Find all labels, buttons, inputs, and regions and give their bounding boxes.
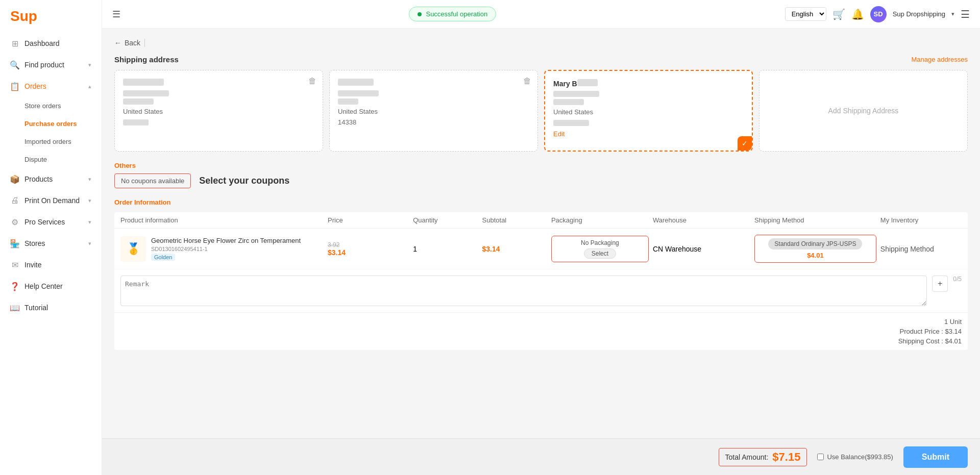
bell-icon[interactable]: 🔔 bbox=[851, 8, 864, 20]
order-info-label: Order Information bbox=[114, 198, 968, 206]
packaging-cell[interactable]: No Packaging Select bbox=[551, 236, 649, 262]
success-message: Successful operation bbox=[426, 10, 487, 18]
header-spacer: Successful operation bbox=[129, 7, 777, 21]
cart-icon[interactable]: 🛒 bbox=[832, 8, 845, 20]
shipping-cost: $4.01 bbox=[807, 252, 824, 259]
remark-add-button[interactable]: + bbox=[932, 276, 948, 292]
sidebar-item-label: Products bbox=[24, 175, 53, 183]
edit-address-3-link[interactable]: Edit bbox=[553, 130, 744, 138]
avatar[interactable]: SD bbox=[870, 6, 887, 22]
user-dropdown-icon[interactable]: ▾ bbox=[951, 11, 954, 17]
inventory-cell: Shipping Method bbox=[880, 245, 962, 253]
success-dot bbox=[418, 12, 422, 16]
price-original: 3.92 bbox=[328, 241, 409, 248]
sidebar-item-find-product[interactable]: 🔍 Find product ▾ bbox=[0, 54, 102, 76]
add-shipping-address-label: Add Shipping Address bbox=[828, 107, 899, 115]
header: ☰ Successful operation English 🛒 🔔 SD Su… bbox=[102, 0, 980, 29]
avatar-initials: SD bbox=[874, 10, 883, 18]
shipping-method-cell[interactable]: Standard Ordinary JPS-USPS $4.01 bbox=[754, 235, 876, 263]
shipping-method-badge: Standard Ordinary JPS-USPS bbox=[768, 238, 862, 249]
warehouse-value: CN Warehouse bbox=[653, 245, 701, 253]
sidebar-item-invite[interactable]: ✉ Invite bbox=[0, 254, 102, 276]
name-blurred-1 bbox=[123, 79, 164, 86]
remark-count: 0/5 bbox=[953, 276, 962, 283]
main-wrapper: ☰ Successful operation English 🛒 🔔 SD Su… bbox=[102, 0, 980, 475]
product-info-cell: 🥇 Geometric Horse Eye Flower Zirc on Tem… bbox=[120, 236, 324, 262]
card-detail-2: United States 14338 bbox=[338, 90, 529, 128]
sidebar-item-label: Invite bbox=[24, 261, 41, 269]
sidebar-item-label: Find product bbox=[24, 61, 64, 69]
sidebar-item-pro-services[interactable]: ⚙ Pro Services ▾ bbox=[0, 211, 102, 233]
col-packaging: Packaging bbox=[551, 216, 649, 224]
use-balance-checkbox-row[interactable]: Use Balance($993.85) bbox=[817, 453, 893, 461]
sidebar-item-stores[interactable]: 🏪 Stores ▾ bbox=[0, 233, 102, 254]
sidebar-item-tutorial[interactable]: 📖 Tutorial bbox=[0, 297, 102, 318]
sidebar-item-dashboard[interactable]: ⊞ Dashboard bbox=[0, 33, 102, 54]
packaging-inner: No Packaging Select bbox=[557, 239, 643, 259]
sidebar-sub-purchase-orders[interactable]: Purchase orders bbox=[0, 115, 102, 133]
success-banner: Successful operation bbox=[409, 7, 496, 21]
card-detail-1: United States bbox=[123, 90, 314, 126]
quantity-value: 1 bbox=[413, 245, 417, 253]
sidebar-sub-store-orders[interactable]: Store orders bbox=[0, 97, 102, 115]
user-name[interactable]: Sup Dropshipping bbox=[893, 10, 945, 18]
address-card-3[interactable]: Mary B United States Edit ✓ bbox=[544, 70, 753, 152]
stores-icon: 🏪 bbox=[10, 239, 19, 248]
sidebar-item-print-on-demand[interactable]: 🖨 Print On Demand ▾ bbox=[0, 190, 102, 211]
sidebar-sub-dispute[interactable]: Dispute bbox=[0, 151, 102, 168]
col-subtotal: Subtotal bbox=[482, 216, 547, 224]
col-qty: Quantity bbox=[413, 216, 478, 224]
sidebar-item-orders[interactable]: 📋 Orders ▴ bbox=[0, 76, 102, 97]
warehouse-cell: CN Warehouse bbox=[653, 245, 750, 253]
orders-icon: 📋 bbox=[10, 82, 19, 91]
product-details: Geometric Horse Eye Flower Zirc on Tempe… bbox=[151, 237, 301, 261]
product-name: Geometric Horse Eye Flower Zirc on Tempe… bbox=[151, 237, 301, 244]
logo-text: Sup bbox=[10, 8, 37, 24]
address-card-2[interactable]: 🗑 United States 14338 bbox=[329, 70, 538, 152]
use-balance-checkbox[interactable] bbox=[817, 454, 824, 460]
sidebar-item-label: Tutorial bbox=[24, 304, 48, 312]
submit-button[interactable]: Submit bbox=[903, 446, 968, 468]
sidebar: Sup ⊞ Dashboard 🔍 Find product ▾ 📋 Order… bbox=[0, 0, 102, 475]
sidebar-sub-imported-orders[interactable]: Imported orders bbox=[0, 133, 102, 151]
order-table: Product information Price Quantity Subto… bbox=[114, 212, 968, 350]
card-name-3: Mary B bbox=[553, 79, 744, 88]
pro-services-icon: ⚙ bbox=[10, 217, 19, 227]
back-row: ← Back bbox=[114, 39, 968, 47]
sidebar-item-label: Print On Demand bbox=[24, 196, 80, 205]
sidebar-item-help-center[interactable]: ❓ Help Center bbox=[0, 276, 102, 297]
purchase-orders-label: Purchase orders bbox=[24, 120, 77, 128]
sidebar-item-label: Stores bbox=[24, 239, 45, 247]
use-balance-label: Use Balance($993.85) bbox=[827, 453, 893, 461]
sidebar-item-label: Orders bbox=[24, 82, 46, 90]
sidebar-item-label: Pro Services bbox=[24, 218, 65, 226]
sidebar-item-label: Dashboard bbox=[24, 39, 60, 47]
col-warehouse: Warehouse bbox=[653, 216, 750, 224]
menu-icon[interactable]: ☰ bbox=[112, 9, 120, 20]
language-select[interactable]: English bbox=[785, 7, 826, 21]
bottom-bar: Total Amount: $7.15 Use Balance($993.85)… bbox=[102, 438, 980, 475]
sidebar-item-products[interactable]: 📦 Products ▾ bbox=[0, 168, 102, 190]
back-button[interactable]: ← Back bbox=[114, 39, 140, 47]
summary-product-price: Product Price : $3.14 bbox=[900, 328, 962, 335]
subtotal-value: $3.14 bbox=[482, 245, 500, 253]
delete-address-2-icon[interactable]: 🗑 bbox=[523, 77, 531, 86]
col-shipping-method: Shipping Method bbox=[754, 216, 876, 224]
add-address-card[interactable]: Add Shipping Address bbox=[759, 70, 968, 152]
manage-addresses-link[interactable]: Manage addresses bbox=[911, 56, 968, 63]
summary-row: 1 Unit Product Price : $3.14 Shipping Co… bbox=[114, 312, 968, 350]
content: ← Back Shipping address Manage addresses… bbox=[102, 29, 980, 438]
chevron-down-icon: ▾ bbox=[88, 176, 91, 183]
packaging-select-button[interactable]: Select bbox=[584, 248, 616, 259]
col-inventory: My Inventory bbox=[880, 216, 962, 224]
delete-address-1-icon[interactable]: 🗑 bbox=[308, 77, 316, 86]
total-label: Total Amount: bbox=[725, 453, 769, 461]
chevron-down-icon: ▾ bbox=[88, 197, 91, 204]
header-hamburger-icon[interactable]: ☰ bbox=[961, 8, 970, 20]
address-card-1[interactable]: 🗑 United States bbox=[114, 70, 323, 152]
others-section: Others No coupons available Select your … bbox=[114, 162, 968, 188]
remark-textarea[interactable] bbox=[120, 276, 927, 306]
others-label: Others bbox=[114, 162, 968, 169]
coupon-title: Select your coupons bbox=[199, 176, 289, 186]
product-thumb: 🥇 bbox=[120, 236, 146, 262]
